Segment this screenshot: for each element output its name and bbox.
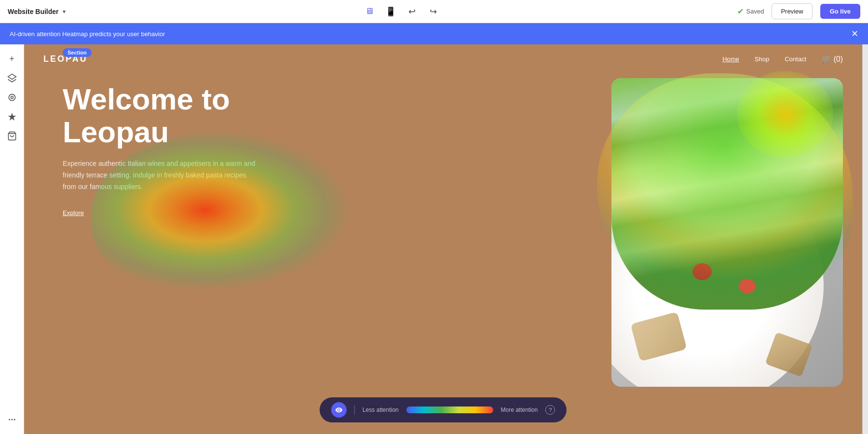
top-bar: Website Builder ▾ 🖥 📱 ↩ ↪ ✔ Saved Previe… (0, 0, 868, 23)
salad-top (611, 78, 843, 310)
tomato-2 (739, 279, 756, 293)
tomato-1 (692, 263, 712, 280)
app-title: Website Builder (8, 8, 59, 15)
svg-point-2 (11, 96, 13, 99)
legend-divider (354, 405, 355, 415)
legend-less-label: Less attention (363, 407, 399, 413)
add-section-icon[interactable]: + (3, 50, 21, 68)
cart-icon[interactable]: 🛒 (0) (822, 54, 843, 64)
go-live-btn[interactable]: Go live (820, 4, 860, 19)
top-bar-left: Website Builder ▾ (8, 8, 66, 15)
redo-btn[interactable]: ↪ (425, 4, 441, 19)
desktop-view-btn[interactable]: 🖥 (362, 4, 377, 19)
legend-eye-btn[interactable] (331, 402, 347, 418)
saved-check-icon: ✔ (737, 7, 744, 16)
top-bar-right: ✔ Saved Preview Go live (737, 3, 860, 19)
shop-icon[interactable] (3, 127, 21, 145)
shapes-icon[interactable] (3, 89, 21, 106)
legend-info-btn[interactable]: ? (545, 405, 555, 415)
section-label[interactable]: Section (63, 48, 92, 57)
mobile-view-btn[interactable]: 📱 (383, 4, 398, 19)
svg-marker-0 (8, 74, 16, 80)
saved-text: Saved (746, 8, 764, 15)
right-scrollbar[interactable] (862, 44, 868, 434)
canvas-area: Section LEOPAU Home Shop Contact 🛒 (0) W… (24, 44, 862, 434)
svg-point-4 (9, 419, 10, 420)
more-options-icon[interactable] (3, 411, 21, 428)
ai-sparkle-icon[interactable] (3, 108, 21, 125)
layers-icon[interactable] (3, 69, 21, 87)
notification-bar: AI-driven attention Heatmap predicts you… (0, 23, 868, 44)
hero-description: Experience authentic Italian wines and a… (63, 158, 256, 192)
food-image (611, 78, 843, 387)
hero-cta[interactable]: Explore (63, 209, 84, 217)
undo-btn[interactable]: ↩ (404, 4, 420, 19)
notification-close-btn[interactable]: ✕ (851, 28, 858, 39)
left-sidebar: + (0, 44, 24, 434)
site-nav: Home Shop Contact 🛒 (0) (722, 54, 843, 64)
legend-gradient-bar (407, 407, 493, 413)
food-image-inner (611, 78, 843, 387)
saved-status: ✔ Saved (737, 7, 764, 16)
svg-point-1 (9, 94, 15, 100)
site-header: LEOPAU Home Shop Contact 🛒 (0) (24, 44, 862, 73)
hero-title: Welcome toLeopau (63, 83, 391, 149)
main-layout: + (0, 44, 868, 434)
hero-content: Welcome toLeopau Experience authentic It… (63, 83, 391, 217)
website-canvas: Section LEOPAU Home Shop Contact 🛒 (0) W… (24, 44, 862, 434)
legend-more-label: More attention (501, 407, 538, 413)
app-title-chevron[interactable]: ▾ (63, 8, 66, 15)
svg-point-5 (11, 419, 13, 420)
top-bar-center: 🖥 📱 ↩ ↪ (362, 4, 441, 19)
notification-text: AI-driven attention Heatmap predicts you… (10, 30, 165, 38)
preview-btn[interactable]: Preview (772, 3, 812, 19)
nav-home[interactable]: Home (722, 55, 739, 63)
nav-shop[interactable]: Shop (755, 55, 769, 63)
nav-contact[interactable]: Contact (785, 55, 806, 63)
attention-legend: Less attention More attention ? (320, 397, 567, 422)
svg-point-6 (14, 419, 15, 420)
